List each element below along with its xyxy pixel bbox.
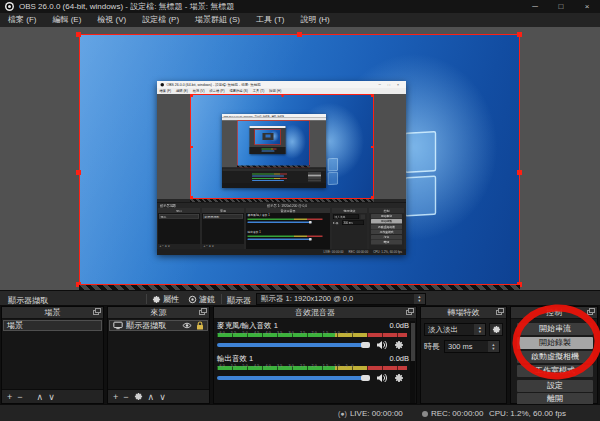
channel-settings-gear-icon[interactable] [394, 340, 404, 350]
source-properties-gear-icon[interactable] [134, 392, 143, 401]
captured-title-bar: OBS 26.0.0 (64-bit, windows) - 設定檔: 無標題 … [157, 81, 406, 88]
menu-edit[interactable]: 編輯 (E) [44, 13, 89, 27]
captured-obs-window: OBS 26.0.0 (64-bit, windows) - 設定檔: 無標題 … [157, 81, 406, 255]
add-scene-button[interactable]: + [7, 391, 12, 403]
popout-icon[interactable] [199, 310, 205, 315]
volume-slider-handle[interactable] [361, 342, 370, 348]
menu-profile[interactable]: 設定檔 (P) [134, 13, 187, 27]
controls-title: 控制 [546, 307, 562, 318]
move-scene-down-button[interactable]: ∨ [48, 391, 55, 403]
popout-icon[interactable] [93, 310, 99, 315]
speaker-icon[interactable] [376, 340, 388, 350]
transition-select-value: 淡入淡出 [425, 325, 474, 335]
scenes-list: 場景 [2, 319, 103, 389]
lock-icon[interactable] [196, 321, 204, 330]
menu-tools[interactable]: 工具 (T) [248, 13, 292, 27]
captured-obs-window-level3 [250, 126, 286, 154]
transition-select-stepper[interactable]: ▴▾ [474, 324, 485, 335]
cpu-fps-text: CPU: 1.2%, 60.00 fps [489, 409, 566, 418]
captured-sources-body: 顯示器擷取 + − ∧ ∨ [202, 213, 244, 249]
obs-logo-icon [5, 2, 14, 11]
cpu-fps-status: CPU: 1.2%, 60.00 fps [489, 409, 566, 418]
source-toolbar: 顯示器擷取 屬性 濾鏡 顯示器 顯示器 1: 1920x1200 @ 0,0 ▴… [0, 290, 600, 306]
duration-stepper[interactable]: ▴▾ [488, 341, 499, 352]
transitions-header: 轉場特效 [421, 307, 506, 319]
duration-input[interactable]: 300 ms ▴▾ [444, 340, 500, 353]
menu-bar: 檔案 (F) 編輯 (E) 檢視 (V) 設定檔 (P) 場景群組 (S) 工具… [0, 13, 600, 27]
obs-main-window: OBS 26.0.0 (64-bit, windows) - 設定檔: 無標題 … [0, 0, 600, 421]
properties-button[interactable]: 屬性 [152, 293, 179, 305]
volume-slider-fill [217, 376, 367, 380]
start-recording-button[interactable]: 開始錄製 [517, 337, 593, 349]
mixer-channel-desktop: 輸出音效 1 0.0dB -60 -55 -50 -45 -40 -35 -30… [214, 354, 416, 383]
captured-mixer-body: 麥克風/輸入音效 1 輸出音效 1 [246, 213, 330, 249]
popout-icon[interactable] [587, 310, 593, 315]
windows-logo-small [327, 158, 339, 186]
resize-handle-top-left[interactable] [76, 32, 81, 37]
controls-panel: 控制 開始串流 開始錄製 啟動虛擬相機 工作室模式 設定 離開 [510, 306, 598, 404]
remove-source-button[interactable]: − [123, 391, 128, 403]
scenes-toolbar: + − ∧ ∨ [2, 389, 103, 403]
popout-icon[interactable] [406, 310, 412, 315]
menu-scene-collection[interactable]: 場景群組 (S) [187, 13, 248, 27]
settings-button[interactable]: 設定 [517, 380, 593, 392]
move-source-up-button[interactable]: ∧ [148, 391, 155, 403]
source-list-item[interactable]: 顯示器擷取 [109, 320, 208, 331]
scene-name: 場景 [7, 320, 23, 331]
display-select-value: 顯示器 1: 1920x1200 @ 0,0 [257, 294, 414, 304]
display-capture-source-canvas[interactable]: OBS 26.0.0 (64-bit, windows) - 設定檔: 無標題 … [79, 34, 520, 285]
close-button[interactable]: × [574, 0, 600, 13]
transitions-panel: 轉場特效 淡入淡出 ▴▾ 時長 [420, 306, 507, 404]
sources-header: 來源 [108, 307, 209, 319]
visibility-eye-icon[interactable] [182, 322, 192, 329]
add-source-button[interactable]: + [113, 391, 118, 403]
minimize-button[interactable]: ─ [522, 0, 548, 13]
captured-controls-body: 開始串流 開始錄製 啟動虛擬相機 工作室模式 設定 離開 [369, 213, 404, 249]
transition-settings-button[interactable] [489, 323, 503, 336]
captured-window-buttons: ─ □ × [378, 83, 402, 87]
volume-slider-handle[interactable] [361, 375, 370, 381]
sources-panel: 來源 顯示器擷取 [107, 306, 210, 404]
captured-canvas: OBS 26.0.0 (64-bit, windows) - 設定檔: 無標題 … [190, 94, 374, 199]
filters-button[interactable]: 濾鏡 [188, 293, 215, 305]
display-select-stepper[interactable]: ▴▾ [414, 294, 425, 304]
resize-handle-middle-left[interactable] [76, 170, 81, 175]
channel-settings-gear-icon[interactable] [394, 373, 404, 383]
maximize-button[interactable]: □ [548, 0, 574, 13]
window-title: OBS 26.0.0 (64-bit, windows) - 設定檔: 無標題 … [19, 1, 234, 12]
move-scene-up-button[interactable]: ∧ [37, 391, 44, 403]
volume-slider[interactable] [217, 342, 369, 348]
recording-dot-icon [422, 411, 428, 417]
audio-mixer-panel: 音效混音器 麥克風/輸入音效 1 0.0dB -60 -55 -50 -45 -… [213, 306, 417, 404]
captured-scenes-body: 場景 + − ∧ ∨ [158, 213, 200, 249]
mixer-channel-mic: 麥克風/輸入音效 1 0.0dB -60 -55 -50 -45 -40 -35… [214, 321, 416, 350]
display-select[interactable]: 顯示器 1: 1920x1200 @ 0,0 ▴▾ [256, 293, 426, 305]
title-bar: OBS 26.0.0 (64-bit, windows) - 設定檔: 無標題 … [0, 0, 600, 13]
docks-area: 場景 場景 + − ∧ ∨ 來源 [0, 306, 600, 404]
channel-db-value: 0.0dB [389, 354, 409, 364]
move-source-down-button[interactable]: ∨ [159, 391, 166, 403]
menu-help[interactable]: 說明 (H) [292, 13, 337, 27]
rec-time: REC: 00:00:00 [431, 409, 483, 418]
studio-mode-button[interactable]: 工作室模式 [517, 365, 593, 377]
remove-scene-button[interactable]: − [17, 391, 22, 403]
resize-handle-middle-right[interactable] [517, 170, 522, 175]
live-broadcast-icon: (●) [338, 410, 347, 417]
transition-select[interactable]: 淡入淡出 ▴▾ [424, 323, 486, 336]
resize-handle-top-right[interactable] [517, 32, 522, 37]
speaker-icon[interactable] [376, 373, 388, 383]
mixer-scrollbar[interactable] [410, 321, 415, 403]
menu-file[interactable]: 檔案 (F) [0, 13, 44, 27]
captured-obs-window-level2: OBS 26.0.0 (64-bit, windows) - 設定檔: 無標題 … [222, 114, 326, 188]
start-virtual-camera-button[interactable]: 啟動虛擬相機 [517, 351, 593, 363]
menu-view[interactable]: 檢視 (V) [89, 13, 134, 27]
gear-icon [152, 295, 161, 304]
mixer-title: 音效混音器 [295, 307, 335, 318]
scene-list-item[interactable]: 場景 [3, 320, 102, 331]
start-streaming-button[interactable]: 開始串流 [517, 323, 593, 335]
volume-slider[interactable] [217, 375, 369, 381]
channel-name: 麥克風/輸入音效 1 [217, 321, 278, 331]
resize-handle-top-middle[interactable] [297, 32, 302, 37]
popout-icon[interactable] [496, 310, 502, 315]
captured-preview-area: OBS 26.0.0 (64-bit, windows) - 設定檔: 無標題 … [157, 94, 406, 199]
